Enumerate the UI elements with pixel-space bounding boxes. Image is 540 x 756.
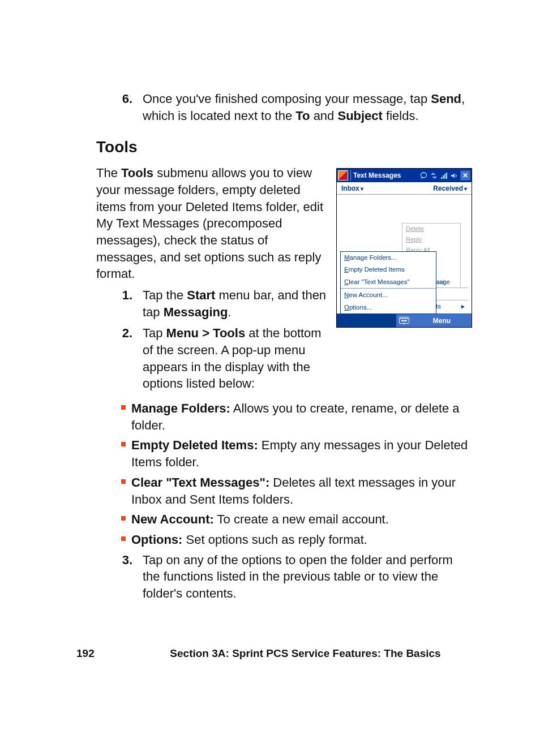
text-bold: Start <box>187 288 215 302</box>
text: submenu allows you to view your message … <box>96 166 323 281</box>
svg-rect-10 <box>407 318 408 319</box>
step-1: 1. Tap the Start menu bar, and then tap … <box>117 287 327 320</box>
text-bold: Empty Deleted Items: <box>131 438 258 452</box>
softkey-left[interactable] <box>337 314 396 327</box>
bullet-icon <box>121 442 126 446</box>
text: Tap the <box>143 288 187 302</box>
device-frame: Text Messages ✕ Inbox▾ <box>336 168 472 328</box>
text-bold: Messaging <box>164 305 228 319</box>
svg-rect-3 <box>444 174 445 179</box>
tools-popup-menu: Manage Folders... Empty Deleted Items Cl… <box>340 251 436 315</box>
text-bold: Menu > Tools <box>166 326 246 340</box>
text-bold: Send <box>431 92 461 106</box>
bullet-icon <box>121 536 126 541</box>
device-screenshot: Text Messages ✕ Inbox▾ <box>336 168 472 328</box>
balloon-icon[interactable] <box>419 171 427 179</box>
menu-clear-text-messages[interactable]: Clear "Text Messages" <box>341 276 436 289</box>
text: Tap <box>143 326 166 340</box>
svg-point-0 <box>421 173 426 178</box>
text-bold: Clear "Text Messages": <box>131 475 269 489</box>
bullet-icon <box>121 479 126 484</box>
menu-empty-deleted[interactable]: Empty Deleted Items <box>341 264 436 276</box>
bullet-icon <box>121 405 126 410</box>
text-bold: Options: <box>131 532 182 547</box>
step-3-number: 3. <box>117 552 132 602</box>
ctx-item-delete: Delete <box>402 224 460 234</box>
keyboard-icon[interactable] <box>396 314 412 327</box>
text-bold: Tools <box>121 166 153 180</box>
menu-manage-folders[interactable]: Manage Folders... <box>341 252 436 264</box>
page-number: 192 <box>76 647 139 660</box>
svg-rect-1 <box>441 177 442 179</box>
text-bold: New Account: <box>131 512 214 526</box>
svg-rect-6 <box>400 318 401 319</box>
tools-options-list: Manage Folders: Allows you to create, re… <box>121 400 472 548</box>
sort-dropdown-received[interactable]: Received▾ <box>433 184 467 193</box>
text: and <box>310 109 338 123</box>
text: The <box>96 166 121 180</box>
start-icon[interactable] <box>338 170 348 181</box>
step-1-body: Tap the Start menu bar, and then tap Mes… <box>143 287 327 320</box>
close-icon[interactable]: ✕ <box>460 170 470 181</box>
step-2-number: 2. <box>117 325 132 392</box>
step-1-number: 1. <box>117 287 132 320</box>
svg-rect-2 <box>443 175 444 179</box>
page-footer: 192 Section 3A: Sprint PCS Service Featu… <box>0 647 540 660</box>
text-bold: Manage Folders: <box>131 401 230 415</box>
text: Once you've finished composing your mess… <box>143 92 431 106</box>
text: To create a new email account. <box>214 512 389 526</box>
text-bold: Subject <box>337 109 382 123</box>
folder-dropdown-inbox[interactable]: Inbox▾ <box>341 184 363 193</box>
svg-rect-9 <box>405 318 406 319</box>
list-item: Manage Folders: Allows you to create, re… <box>121 400 472 433</box>
softkey-right-menu[interactable]: Menu <box>412 314 472 327</box>
step-6-body: Once you've finished composing your mess… <box>143 91 472 124</box>
device-titlebar: Text Messages ✕ <box>337 169 472 182</box>
svg-rect-4 <box>446 173 447 179</box>
section-heading-tools: Tools <box>96 136 472 158</box>
step-2-body: Tap Menu > Tools at the bottom of the sc… <box>143 325 327 392</box>
title-text: Text Messages <box>353 171 417 180</box>
step-6-number: 6. <box>117 91 132 124</box>
step-2: 2. Tap Menu > Tools at the bottom of the… <box>117 325 327 392</box>
list-item: Options: Set options such as reply forma… <box>121 531 472 548</box>
volume-icon[interactable] <box>450 171 458 179</box>
svg-rect-8 <box>404 318 405 319</box>
sync-icon[interactable] <box>430 171 438 179</box>
list-item: Empty Deleted Items: Empty any messages … <box>121 437 472 470</box>
softkey-bar: Menu <box>337 313 472 327</box>
list-item: New Account: To create a new email accou… <box>121 511 472 528</box>
svg-rect-7 <box>402 318 403 319</box>
bullet-icon <box>121 516 126 521</box>
step-6: 6. Once you've finished composing your m… <box>117 91 472 124</box>
text: . <box>228 305 231 319</box>
step-3-body: Tap on any of the options to open the fo… <box>143 552 472 602</box>
footer-section-title: Section 3A: Sprint PCS Service Features:… <box>139 647 472 660</box>
message-list-area: Delete Reply Reply All Forward Move... M… <box>337 195 472 313</box>
svg-rect-11 <box>401 320 407 321</box>
list-item: Clear "Text Messages": Deletes all text … <box>121 474 472 508</box>
menu-new-account[interactable]: New Account... <box>341 289 436 302</box>
step-3: 3. Tap on any of the options to open the… <box>117 552 472 602</box>
text: Set options such as reply format. <box>182 532 367 547</box>
folder-bar: Inbox▾ Received▾ <box>337 182 472 195</box>
separator <box>350 170 351 181</box>
text: fields. <box>383 109 419 123</box>
text-bold: To <box>295 109 310 123</box>
ctx-item-reply: Reply <box>402 234 460 245</box>
signal-icon[interactable] <box>440 171 448 179</box>
chevron-right-icon: ▸ <box>461 302 465 311</box>
menu-options[interactable]: Options... <box>341 302 436 314</box>
